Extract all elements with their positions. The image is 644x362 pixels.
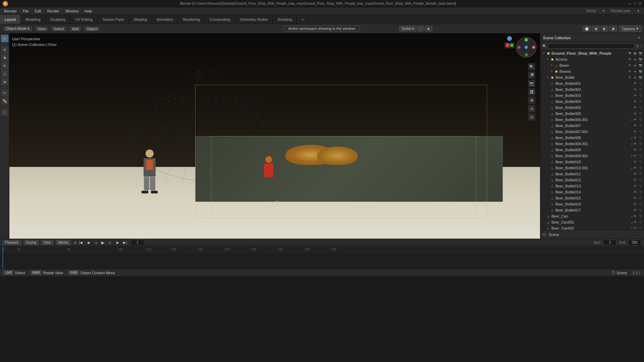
tree-item-beams[interactable]: ▾ ◼ Beams 👁 ◈ 📷 [540, 68, 644, 74]
sort-icon[interactable]: ↕ [640, 44, 642, 48]
tab-scripting[interactable]: Scripting [273, 15, 297, 24]
start-frame-field[interactable]: 1 [603, 240, 616, 246]
vis-006001[interactable]: 👁 [633, 117, 637, 122]
local-view-button[interactable]: ⊡ [528, 113, 535, 121]
object-button[interactable]: Object [84, 26, 100, 32]
restrict-can001[interactable]: ▽ [638, 220, 643, 225]
tree-item-beer-bottle001[interactable]: △ Beer_Bottle001 👁 ▽ [540, 80, 644, 86]
tree-item-beer-bottle002[interactable]: △ Beer_Bottle002 👁▽ [540, 86, 644, 93]
vis-007001[interactable]: 👁 [633, 129, 637, 134]
view-button[interactable]: View [35, 26, 49, 32]
visibility-beams[interactable]: 👁 [627, 69, 632, 74]
add-button[interactable]: Add [69, 26, 82, 32]
menu-edit[interactable]: Edit [32, 8, 44, 14]
tool-rotate[interactable]: ↻ [1, 62, 8, 69]
restrict-017[interactable]: ▽ [638, 208, 643, 213]
filter-button[interactable]: ▼ [637, 36, 641, 40]
vis-008001[interactable]: 👁 [633, 141, 637, 146]
close-button[interactable]: ✕ [639, 2, 641, 5]
tree-item-beer-can002[interactable]: △ Beer_Can002 ₄ 👁▽ [540, 225, 644, 230]
tab-texture-paint[interactable]: Texture Paint [98, 15, 129, 24]
vis-002[interactable]: 👁 [633, 87, 637, 92]
tool-transform[interactable]: ⊕ [1, 78, 8, 85]
playback-button[interactable]: Playback [3, 240, 21, 245]
window-controls[interactable]: — □ ✕ [628, 2, 641, 5]
tree-item-access[interactable]: ▾ ◼ Access 👁 ◈ 📷 [540, 56, 644, 62]
marker-button[interactable]: Marker [56, 240, 71, 245]
visibility-beer-bottle[interactable]: 👁 [627, 75, 632, 80]
menu-window[interactable]: Window [63, 8, 81, 14]
restrict-006[interactable]: ▽ [638, 111, 643, 116]
tab-animation[interactable]: Animation [152, 15, 178, 24]
viewport-shading-4[interactable]: ◉ [609, 26, 617, 32]
restrict-008[interactable]: ▽ [638, 135, 643, 140]
expand-arrow-scene[interactable]: ▾ [542, 51, 546, 55]
overlay-button[interactable]: ⊙ [528, 105, 535, 112]
tool-cursor[interactable]: ✛ [1, 46, 8, 53]
filter-icon[interactable]: ☰ [636, 44, 639, 48]
vis-009001[interactable]: 👁 [633, 154, 637, 158]
menu-file[interactable]: File [20, 8, 32, 14]
tree-item-beer-bottle017[interactable]: △ Beer_Bottle017 👁▽ [540, 207, 644, 213]
restrict-007[interactable]: ▽ [638, 123, 643, 128]
vis-004[interactable]: 👁 [633, 99, 637, 104]
tab-layout[interactable]: Layout [0, 15, 21, 24]
restrict-010001[interactable]: ▽ [638, 166, 643, 170]
expand-arrow-beam[interactable]: ▾ [550, 63, 554, 67]
tree-item-beer-bottle016[interactable]: △ Beer_Bottle016 👁▽ [540, 201, 644, 207]
viewport-shading-3[interactable]: ◐ [601, 26, 608, 32]
viewport-shading-1[interactable]: ⬤ [583, 26, 591, 32]
restrict-009[interactable]: ▽ [638, 147, 643, 152]
object-mode-button[interactable]: Object Mode ▾ [3, 25, 33, 32]
tree-item-beer-can001[interactable]: △ Beer_Can001 ₄ 👁▽ [540, 219, 644, 225]
vis-016[interactable]: 👁 [633, 202, 637, 206]
tab-shading[interactable]: Shading [129, 15, 152, 24]
expand-arrow-access[interactable]: ▾ [546, 57, 550, 61]
render-beer-bottle[interactable]: 📷 [638, 75, 643, 80]
tree-item-beer-bottle015[interactable]: △ Beer_Bottle015 👁▽ [540, 195, 644, 201]
restrict-access[interactable]: ◈ [633, 57, 637, 62]
render-vis-scene[interactable]: 📷 [638, 51, 643, 56]
tool-select[interactable]: ↖ [1, 35, 8, 42]
vis-010001[interactable]: 👁 [633, 166, 637, 170]
viewport-vis-scene[interactable]: ◉ [633, 51, 637, 56]
visibility-scene[interactable]: 👁 [627, 51, 632, 56]
tree-item-beer-bottle008001[interactable]: △ Beer_Bottle008.001 ₄ 👁▽ [540, 141, 644, 147]
restrict-010[interactable]: ▽ [638, 160, 643, 164]
tool-measure[interactable]: 📏 [1, 97, 8, 105]
tree-item-beer-bottle012[interactable]: △ Beer_Bottle012 👁▽ [540, 177, 644, 183]
tool-object[interactable]: □ [1, 108, 8, 116]
tree-item-beer-can[interactable]: △ Beer_Can ₄ 👁▽ [540, 213, 644, 219]
tab-geometry-nodes[interactable]: Geometry Nodes [235, 15, 273, 24]
vis-017[interactable]: 👁 [633, 208, 637, 213]
play-button[interactable]: ▶ [100, 240, 106, 246]
minimize-button[interactable]: — [628, 2, 631, 5]
tree-item-beer-bottle[interactable]: ▾ ◼ Beer_Bottle 👁 ◈ 📷 [540, 74, 644, 80]
vis-014[interactable]: 👁 [633, 190, 637, 194]
render-beam[interactable]: 📷 [638, 63, 643, 68]
tab-add[interactable]: + [297, 15, 309, 24]
menu-blender[interactable]: Blender [1, 8, 19, 14]
tab-rendering[interactable]: Rendering [178, 15, 205, 24]
vis-015[interactable]: 👁 [633, 196, 637, 200]
outliner-search-input[interactable] [548, 44, 635, 49]
vis-012[interactable]: 👁 [633, 178, 637, 182]
tree-item-beer-bottle010001[interactable]: △ Beer_Bottle010.001 ₃ 👁▽ [540, 165, 644, 171]
vis-005[interactable]: 👁 [633, 105, 637, 110]
tab-sculpting[interactable]: Sculpting [46, 15, 70, 24]
tab-modeling[interactable]: Modeling [21, 15, 46, 24]
nav-gizmo[interactable]: X -X Y -Y Z [515, 36, 537, 58]
view-button-timeline[interactable]: View [41, 240, 53, 245]
restrict-015[interactable]: ▽ [638, 196, 643, 200]
menu-render[interactable]: Render [45, 8, 62, 14]
transform-field[interactable]: ○ [417, 26, 424, 32]
jump-start-button[interactable]: |◀ [78, 240, 84, 246]
restrict-002[interactable]: ▽ [638, 87, 643, 92]
restrict-can[interactable]: ▽ [638, 214, 643, 219]
camera-button[interactable]: 📷 [528, 80, 535, 87]
vis-can[interactable]: 👁 [633, 214, 637, 219]
zoom-in-button[interactable]: 🔍 [528, 63, 535, 70]
tab-compositing[interactable]: Compositing [205, 15, 235, 24]
tree-item-beer-bottle005[interactable]: △ Beer_Bottle005 👁▽ [540, 105, 644, 111]
restrict-006001[interactable]: ▽ [638, 117, 643, 122]
